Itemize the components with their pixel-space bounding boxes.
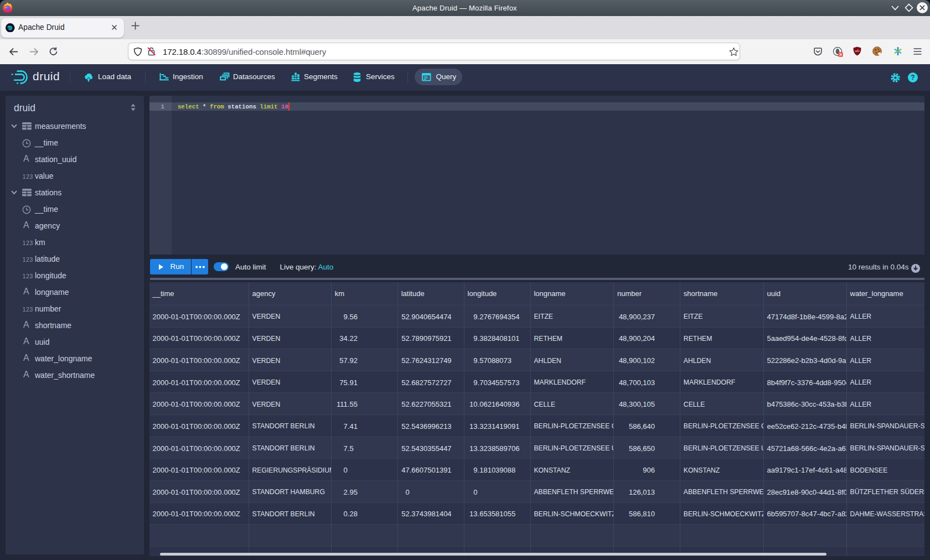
svg-text:?: ?: [911, 74, 914, 81]
svg-text:uO: uO: [855, 49, 859, 53]
